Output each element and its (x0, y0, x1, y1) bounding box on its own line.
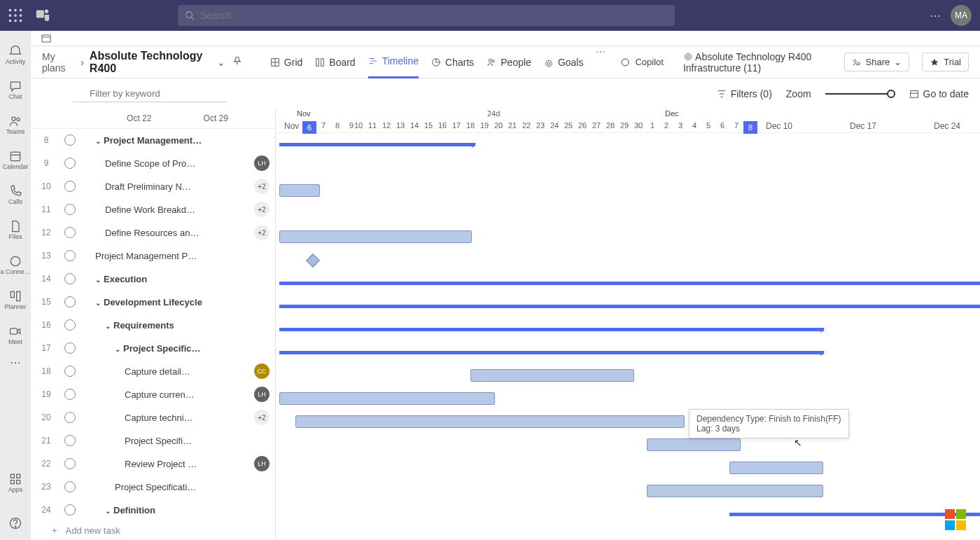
assignee-badge[interactable]: LH (254, 387, 270, 402)
task-row[interactable]: 17⌄Project Specific… (31, 337, 275, 360)
assignee-badge[interactable]: CC (254, 364, 270, 379)
summary-bar[interactable] (279, 328, 824, 331)
caret-down-icon[interactable]: ⌄ (95, 137, 101, 145)
complete-circle[interactable] (64, 227, 76, 238)
task-row[interactable]: 23Project Specificati… (31, 476, 275, 499)
complete-circle[interactable] (64, 134, 76, 146)
task-row[interactable]: 21Project Specifi… (31, 429, 275, 452)
task-name[interactable]: ⌄Definition (83, 505, 270, 515)
assignee-badge[interactable]: +2 (254, 202, 270, 217)
rail-apps[interactable]: Apps (0, 466, 31, 499)
assignee-badge[interactable]: +2 (254, 179, 270, 194)
task-row[interactable]: 9Define Scope of Pro…LH (31, 152, 275, 175)
task-bar[interactable] (279, 184, 320, 197)
summary-bar[interactable] (729, 513, 980, 516)
more-tabs-icon[interactable]: ⋯ (596, 46, 606, 78)
complete-circle[interactable] (64, 158, 76, 169)
task-row[interactable]: 12Define Resources an…+2 (31, 221, 275, 244)
rail-activity[interactable]: Activity (0, 38, 31, 71)
complete-circle[interactable] (64, 458, 76, 469)
task-name[interactable]: Define Resources an… (83, 228, 254, 238)
task-row[interactable]: 24⌄Definition (31, 499, 275, 522)
add-task-row[interactable]: + Add new task (31, 522, 275, 541)
filters-button[interactable]: Filters (0) (717, 88, 772, 99)
task-bar[interactable] (729, 462, 823, 474)
zoom-handle[interactable] (887, 90, 895, 98)
complete-circle[interactable] (64, 342, 76, 354)
task-name[interactable]: Project Management P… (83, 251, 270, 261)
tab-charts[interactable]: Charts (431, 46, 474, 78)
rail-files[interactable]: Files (0, 213, 31, 247)
complete-circle[interactable] (64, 204, 76, 215)
complete-circle[interactable] (64, 412, 76, 423)
tab-goals[interactable]: Goals (544, 46, 584, 78)
task-row[interactable]: 14⌄Execution (31, 268, 275, 291)
more-icon[interactable]: ⋯ (930, 9, 941, 22)
task-row[interactable]: 18Capture detail…CC (31, 360, 275, 383)
tab-people[interactable]: People (486, 46, 531, 78)
complete-circle[interactable] (64, 504, 76, 515)
task-bar[interactable] (647, 438, 741, 451)
caret-down-icon[interactable]: ⌄ (95, 299, 101, 307)
complete-circle[interactable] (64, 435, 76, 446)
task-bar[interactable] (295, 415, 685, 428)
complete-circle[interactable] (64, 389, 76, 400)
task-row[interactable]: 15⌄Development Lifecycle (31, 291, 275, 314)
task-name[interactable]: ⌄Project Specific… (83, 343, 270, 354)
task-name[interactable]: Project Specificati… (83, 482, 270, 492)
pin-icon[interactable] (232, 56, 242, 68)
search-input[interactable] (178, 5, 675, 26)
caret-down-icon[interactable]: ⌄ (105, 507, 111, 515)
task-row[interactable]: 13Project Management P… (31, 244, 275, 268)
task-name[interactable]: Define Scope of Pro… (83, 158, 254, 169)
summary-bar[interactable] (279, 143, 475, 146)
complete-circle[interactable] (64, 181, 76, 192)
complete-circle[interactable] (64, 319, 76, 331)
task-row[interactable]: 11Define Work Breakd…+2 (31, 198, 275, 221)
complete-circle[interactable] (64, 273, 76, 284)
rail-viva[interactable]: a Conne… (0, 248, 31, 282)
caret-down-icon[interactable]: ⌄ (105, 322, 111, 330)
task-name[interactable]: Project Specifi… (83, 436, 270, 446)
rail-calendar[interactable]: Calendar (0, 143, 31, 176)
copilot-button[interactable]: Copilot (612, 53, 670, 71)
summary-bar[interactable] (279, 351, 824, 354)
complete-circle[interactable] (64, 296, 76, 307)
gotodate-button[interactable]: Go to date (909, 88, 969, 99)
expand-icon[interactable] (41, 33, 52, 44)
bucket-link[interactable]: Absolute Technology R400 Infrastructure … (683, 51, 832, 74)
task-row[interactable]: 22Review Project …LH (31, 452, 275, 476)
task-name[interactable]: ⌄Development Lifecycle (83, 297, 270, 307)
caret-down-icon[interactable]: ⌄ (115, 345, 120, 353)
rail-teams[interactable]: Teams (0, 108, 31, 141)
rail-planner[interactable]: Planner (0, 283, 31, 317)
rail-meet[interactable]: Meet (0, 318, 31, 352)
assignee-badge[interactable]: +2 (254, 225, 270, 240)
rail-calls[interactable]: Calls (0, 178, 31, 212)
trial-button[interactable]: Trial (922, 53, 969, 71)
gantt[interactable]: NovDec24d Nov678910111213141516171819202… (276, 109, 980, 540)
assignee-badge[interactable]: LH (254, 155, 270, 171)
task-row[interactable]: 10Draft Preliminary N…+2 (31, 175, 275, 198)
waffle-icon[interactable] (8, 8, 22, 22)
caret-down-icon[interactable]: ⌄ (95, 276, 101, 284)
assignee-badge[interactable]: LH (254, 456, 270, 471)
task-name[interactable]: Capture detail… (83, 366, 254, 377)
breadcrumb[interactable]: My plans › Absolute Technology R400 (42, 50, 210, 75)
task-name[interactable]: ⌄Requirements (83, 320, 270, 331)
task-name[interactable]: Capture techni… (83, 413, 254, 423)
task-name[interactable]: Define Work Breakd… (83, 205, 254, 215)
tab-timeline[interactable]: Timeline (368, 46, 419, 78)
rail-chat[interactable]: Chat (0, 73, 31, 106)
rail-more-icon[interactable]: ⋯ (10, 356, 21, 369)
milestone[interactable] (306, 254, 320, 268)
avatar[interactable]: MA (951, 5, 972, 26)
filter-input[interactable] (73, 85, 227, 102)
tab-board[interactable]: Board (315, 46, 355, 78)
task-row[interactable]: 19Capture curren…LH (31, 383, 275, 406)
task-row[interactable]: 20Capture techni…+2 (31, 406, 275, 429)
task-bar[interactable] (279, 230, 472, 243)
task-row[interactable]: 16⌄Requirements (31, 314, 275, 337)
task-bar[interactable] (647, 485, 823, 497)
task-name[interactable]: Review Project … (83, 459, 254, 469)
